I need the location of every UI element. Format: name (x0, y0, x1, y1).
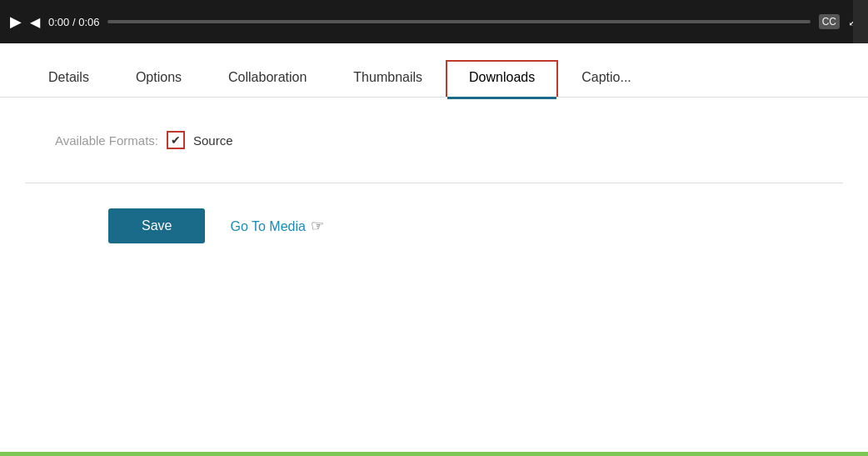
content-divider (25, 183, 843, 183)
source-label: Source (193, 133, 233, 148)
go-to-media-link[interactable]: Go To Media (230, 219, 305, 233)
formats-row: Available Formats: ✔ Source (25, 131, 843, 149)
total-time: 0:06 (78, 16, 99, 28)
active-tab-underline (447, 97, 556, 99)
actions-row: Save Go To Media ☞ (25, 208, 843, 243)
player-edge (853, 0, 868, 43)
tab-thumbnails[interactable]: Thumbnails (330, 60, 446, 97)
time-display: 0:00 / 0:06 (48, 16, 99, 28)
current-time: 0:00 (48, 16, 69, 28)
volume-button[interactable]: ◀ (30, 14, 40, 30)
cursor-icon: ☞ (311, 217, 324, 235)
time-separator: / (69, 16, 78, 28)
tab-collaboration[interactable]: Collaboration (205, 60, 330, 97)
bottom-bar (0, 452, 868, 456)
tab-options[interactable]: Options (112, 60, 205, 97)
source-checkbox[interactable]: ✔ (167, 131, 185, 149)
video-player: ▶ ◀ 0:00 / 0:06 CC ⤢ (0, 0, 868, 43)
checkmark-icon: ✔ (171, 134, 181, 146)
play-button[interactable]: ▶ (10, 14, 22, 29)
tab-downloads[interactable]: Downloads (446, 60, 558, 97)
tabs-nav: Details Options Collaboration Thumbnails… (0, 60, 868, 98)
cc-button[interactable]: CC (819, 14, 840, 29)
progress-bar[interactable] (107, 20, 810, 23)
formats-label: Available Formats: (25, 133, 158, 148)
tab-captions[interactable]: Captio... (558, 60, 655, 97)
save-button[interactable]: Save (108, 208, 205, 243)
tab-details[interactable]: Details (25, 60, 112, 97)
go-to-media-wrapper: Go To Media ☞ (230, 217, 324, 235)
content-area: Available Formats: ✔ Source Save Go To M… (0, 98, 868, 260)
